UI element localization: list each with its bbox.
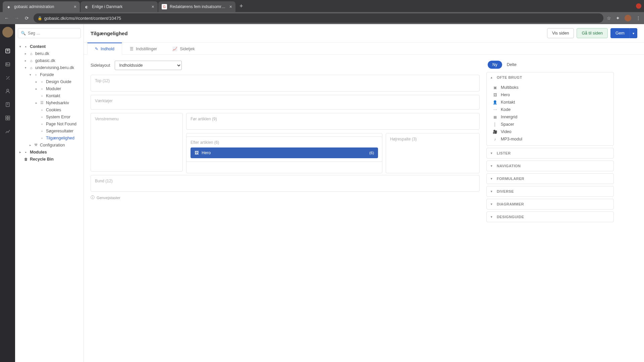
tree-content[interactable]: ▾ ▪ Content <box>18 43 81 50</box>
rail-users-icon[interactable] <box>4 88 11 95</box>
zone-rightcol[interactable]: Højrespalte (3) <box>386 133 480 173</box>
page-icon: ▫ <box>40 108 44 112</box>
tree-site-beru[interactable]: ▸ ⌂ beru.dk <box>18 50 81 57</box>
acc-formularer: ▾FORMULARER <box>486 173 614 184</box>
forward-icon[interactable]: → <box>13 15 20 21</box>
chevron-right-icon[interactable]: ▸ <box>35 101 38 105</box>
tab-ny[interactable]: Ny <box>488 61 502 69</box>
acc-head-designguide[interactable]: ▾DESIGNGUIDE <box>487 212 613 222</box>
rail-content-icon[interactable] <box>4 48 11 54</box>
url-input[interactable]: 🔒 gobasic.dk/cms/#content/content/10475 <box>34 13 603 23</box>
chevron-down-icon: ▾ <box>491 164 494 168</box>
tab-indhold[interactable]: ✎Indhold <box>87 43 122 55</box>
zone-tools[interactable]: Værktøjer <box>91 95 480 110</box>
goto-page-button[interactable]: Gå til siden <box>577 28 608 38</box>
tab-indstillinger[interactable]: ☰Indstillinger <box>122 43 165 55</box>
mod-hero[interactable]: 🖼Hero <box>489 91 611 99</box>
mod-kontakt[interactable]: 👤Kontakt <box>489 99 611 106</box>
search-field[interactable] <box>28 31 78 36</box>
chevron-right-icon[interactable]: ▸ <box>24 59 27 62</box>
acc-head-ofte-brugt[interactable]: ▴OFTE BRUGT <box>487 72 613 82</box>
chevron-right-icon[interactable]: ▸ <box>18 150 22 154</box>
close-icon[interactable]: × <box>74 4 76 9</box>
save-dropdown-button[interactable]: ▾ <box>630 28 637 38</box>
search-icon: 🔍 <box>21 31 26 36</box>
zone-before-article[interactable]: Før artiklen (9) <box>186 113 480 130</box>
browser-tab-2[interactable]: G Redaktørens fem indsatsomrâ… × <box>158 1 235 12</box>
view-page-button[interactable]: Vis siden <box>547 28 574 38</box>
zone-top[interactable]: Top (12) <box>91 75 480 92</box>
video-icon: 🎥 <box>493 130 497 134</box>
tree-nyhedsarkiv[interactable]: ▸☰Nyhedsarkiv <box>18 99 81 106</box>
chevron-down-icon: ▾ <box>491 202 494 206</box>
rail-grid-icon[interactable] <box>4 115 11 121</box>
tree-forside[interactable]: ▾ ▫ Forside <box>18 71 81 78</box>
tab-delte[interactable]: Delte <box>507 62 517 67</box>
back-icon[interactable]: ← <box>3 15 10 21</box>
mod-innergrid[interactable]: ▦Innergrid <box>489 113 611 121</box>
acc-designguide: ▾DESIGNGUIDE <box>486 212 614 222</box>
close-icon[interactable]: × <box>152 4 154 9</box>
acc-head-diagrammer[interactable]: ▾DIAGRAMMER <box>487 199 613 209</box>
tree-tilgaengelighed[interactable]: ▫Tilgængelighed <box>18 134 81 141</box>
page-icon: ▫ <box>40 87 44 91</box>
menu-icon[interactable]: ⋮ <box>636 15 641 21</box>
zone-bottom[interactable]: Bund (12) <box>91 175 480 192</box>
tree-configuration[interactable]: ▸⚒Configuration <box>18 141 81 148</box>
zone-leftmenu[interactable]: Venstremenu <box>91 113 183 172</box>
tree-sogeresultater[interactable]: ▫Søgeresultater <box>18 127 81 134</box>
shortcuts-hint[interactable]: ⓘ Genvejstaster <box>91 195 480 200</box>
rail-stats-icon[interactable] <box>4 128 11 135</box>
profile-avatar[interactable] <box>625 15 631 21</box>
mod-spacer[interactable]: │Spacer <box>489 121 611 128</box>
layout-select[interactable]: Indholdsside <box>115 61 182 70</box>
extensions-icon[interactable]: ✦ <box>616 15 620 21</box>
rail-settings-icon[interactable] <box>4 74 11 81</box>
user-icon: 👤 <box>493 100 497 105</box>
mod-multiboks[interactable]: ▣Multiboks <box>489 84 611 91</box>
chevron-down-icon[interactable]: ▾ <box>18 45 22 48</box>
mod-video[interactable]: 🎥Video <box>489 128 611 135</box>
tree-cookies[interactable]: ▫Cookies <box>18 106 81 113</box>
mod-kode[interactable]: ᠁Kode <box>489 106 611 113</box>
page-icon: ▫ <box>40 115 44 119</box>
tab-sidetjek[interactable]: 📈Sidetjek <box>165 43 202 55</box>
user-avatar[interactable] <box>2 27 13 38</box>
close-icon[interactable]: × <box>229 4 232 9</box>
tree-recycle[interactable]: 🗑Recycle Bin <box>18 156 81 163</box>
tree-page-not-found[interactable]: ▫Page Not Found <box>18 120 81 127</box>
tree-design-guide[interactable]: ▸▫Design Guide <box>18 78 81 85</box>
zone-after-article[interactable]: Efter artiklen (6) 🖼 Hero (6) <box>186 136 382 162</box>
save-button[interactable]: Gem <box>610 28 630 38</box>
browser-address-bar: ← → ⟳ 🔒 gobasic.dk/cms/#content/content/… <box>0 12 644 24</box>
rail-forms-icon[interactable] <box>4 101 11 108</box>
mod-mp3[interactable]: ♪MP3-modul <box>489 135 611 143</box>
chevron-right-icon[interactable]: ▸ <box>24 52 27 55</box>
tree-site-undervisning[interactable]: ▾ ⌂ undervisning.beru.dk <box>18 64 81 71</box>
browser-tab-0[interactable]: ◆ gobasic administration × <box>3 1 80 12</box>
acc-head-diverse[interactable]: ▾DIVERSE <box>487 186 613 196</box>
tree-modules[interactable]: ▸▪Modules <box>18 148 81 156</box>
rail-media-icon[interactable] <box>4 61 11 68</box>
chevron-down-icon[interactable]: ▾ <box>29 73 32 76</box>
acc-head-lister[interactable]: ▾LISTER <box>487 148 613 158</box>
search-input[interactable]: 🔍 <box>18 28 81 38</box>
acc-head-formularer[interactable]: ▾FORMULARER <box>487 174 613 184</box>
tree-kontakt[interactable]: ▫Kontakt <box>18 92 81 99</box>
acc-head-navigation[interactable]: ▾NAVIGATION <box>487 161 613 171</box>
tree-moduler[interactable]: ▸▫Moduler <box>18 85 81 92</box>
tree-system-error[interactable]: ▫System Error <box>18 113 81 120</box>
home-icon: ⌂ <box>29 52 34 56</box>
tree-site-gobasic[interactable]: ▸ ⌂ gobasic.dk <box>18 57 81 64</box>
new-tab-button[interactable]: + <box>236 3 247 10</box>
browser-tab-1[interactable]: ◐ Enlige i Danmark × <box>80 1 158 12</box>
module-hero-block[interactable]: 🖼 Hero (6) <box>191 147 378 158</box>
chevron-right-icon[interactable]: ▸ <box>29 143 32 147</box>
chevron-right-icon[interactable]: ▸ <box>35 80 38 83</box>
page-icon: ▫ <box>40 129 44 133</box>
archive-icon: ☰ <box>40 101 44 105</box>
star-icon[interactable]: ☆ <box>607 15 611 21</box>
reload-icon[interactable]: ⟳ <box>23 15 30 21</box>
chevron-right-icon[interactable]: ▸ <box>35 87 38 90</box>
chevron-down-icon[interactable]: ▾ <box>24 66 27 69</box>
